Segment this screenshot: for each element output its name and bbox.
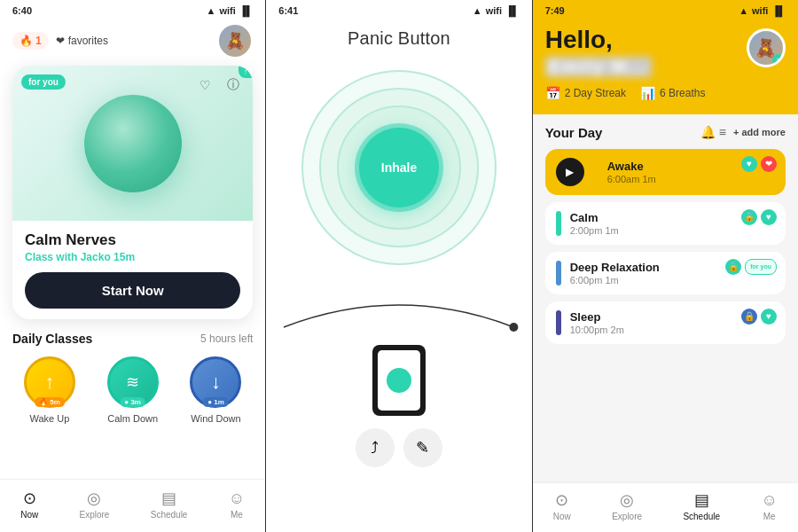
status-bar-1: 6:40 ▲ wifi ▐▌ — [0, 0, 265, 20]
like-icon[interactable]: ♡ — [194, 74, 215, 96]
add-more-button[interactable]: + add more — [733, 127, 786, 137]
battery-icon-3: ▐▌ — [771, 5, 786, 16]
corner-badge: ↑ — [239, 66, 254, 78]
nav-me-label-3: Me — [763, 512, 776, 521]
avatar[interactable]: 🧸 — [217, 23, 253, 59]
bottom-nav-3: ⊙ Now ◎ Explore ▤ Schedule ☺ Me — [533, 482, 798, 532]
wake-up-label: Wake Up — [29, 413, 69, 424]
nav-schedule-3[interactable]: ▤ Schedule — [683, 490, 720, 521]
calm-nerves-card: for you ♡ ⓘ ↑ Calm Nerves Class with Jac… — [12, 66, 253, 319]
schedule-section-header: Your Day 🔔 ≡ + add more — [545, 125, 786, 140]
now-icon-3: ⊙ — [555, 490, 568, 510]
edit-button[interactable]: ✎ — [403, 428, 442, 467]
nav-now-1[interactable]: ⊙ Now — [20, 489, 38, 520]
time-2: 6:41 — [278, 5, 298, 16]
daily-classes-time: 5 hours left — [200, 332, 253, 345]
deep-time: 6:00pm 1m — [570, 275, 775, 286]
calm-down-label: Calm Down — [107, 413, 158, 424]
favorites-button[interactable]: ❤ favorites — [56, 35, 108, 47]
filter-icon[interactable]: 🔔 ≡ — [700, 125, 726, 139]
svg-point-0 — [510, 323, 519, 332]
nav-explore-1[interactable]: ◎ Explore — [80, 489, 110, 520]
sleep-time: 10:00pm 2m — [570, 325, 775, 335]
explore-icon-1: ◎ — [87, 489, 101, 508]
p2-body: Panic Button Inhale ⤴ — [266, 20, 531, 532]
time-1: 6:40 — [12, 5, 32, 16]
play-button-awake[interactable]: ▶ — [556, 158, 584, 186]
daily-classes-list: ↑ 🔥 5m Wake Up ≋ ● 3m Calm Down ↓ ● 1m W… — [12, 356, 253, 424]
share-button[interactable]: ⤴ — [356, 428, 395, 467]
sleep-badge-heart: ♥ — [761, 309, 777, 325]
nav-schedule-1[interactable]: ▤ Schedule — [151, 489, 188, 520]
wind-down-circle: ↓ ● 1m — [190, 356, 241, 408]
status-icons-3: ▲ wifi ▐▌ — [739, 5, 786, 16]
p3-header: Hello, Emily M... 📅 2 Day Streak 📊 6 Bre… — [533, 20, 798, 114]
status-icons-2: ▲ wifi ▐▌ — [473, 5, 520, 16]
card-subtitle: Class with Jacko 15m — [25, 251, 240, 263]
phone-1: 6:40 ▲ wifi ▐▌ 🔥 1 ❤ favorites 🧸 for you… — [0, 0, 265, 532]
class-wind-down[interactable]: ↓ ● 1m Wind Down — [179, 356, 254, 424]
color-bar-deep — [556, 261, 561, 286]
class-wake-up[interactable]: ↑ 🔥 5m Wake Up — [12, 356, 87, 424]
p3-stats: 📅 2 Day Streak 📊 6 Breaths — [545, 86, 786, 100]
time-3: 7:49 — [545, 5, 565, 16]
awake-badge-teal: ♥ — [741, 156, 757, 172]
signal-icon: ▲ — [207, 5, 216, 16]
nav-schedule-label-3: Schedule — [683, 512, 720, 521]
awake-badges: ♥ ❤ — [741, 156, 777, 172]
explore-icon-3: ◎ — [620, 490, 634, 510]
calm-down-badge: ● 3m — [120, 397, 145, 407]
schedule-item-calm[interactable]: Calm 2:00pm 1m 🔒 ♥ — [545, 202, 786, 245]
card-image: for you ♡ ⓘ ↑ — [12, 66, 253, 221]
sleep-badges: 🔒 ♥ — [741, 309, 777, 325]
calm-down-circle: ≋ ● 3m — [107, 356, 159, 408]
p3-body: Your Day 🔔 ≡ + add more ▶ Awake 6:00am 1… — [533, 114, 798, 482]
phone-preview-orb — [387, 368, 411, 393]
fire-count: 1 — [35, 35, 42, 47]
fire-badge[interactable]: 🔥 1 — [12, 32, 49, 50]
schedule-item-awake[interactable]: ▶ Awake 6:00am 1m ♥ ❤ — [545, 149, 786, 195]
schedule-item-sleep[interactable]: Sleep 10:00pm 2m 🔒 ♥ — [545, 301, 786, 344]
wind-down-label: Wind Down — [191, 413, 240, 424]
deep-badges: 🔒 for you — [725, 259, 777, 275]
schedule-icon-1: ▤ — [161, 489, 176, 508]
wifi-icon-2: wifi — [486, 5, 502, 16]
card-duration: 15m — [113, 251, 135, 263]
card-actions: ♡ ⓘ — [194, 74, 244, 96]
streak-label: 2 Day Streak — [565, 87, 626, 99]
signal-icon-3: ▲ — [739, 5, 748, 16]
color-bar-awake — [593, 158, 598, 186]
chart-icon: 📊 — [640, 86, 655, 100]
nav-me-label-1: Me — [231, 510, 243, 520]
signal-icon-2: ▲ — [473, 5, 482, 16]
nav-explore-label-3: Explore — [612, 512, 642, 521]
now-icon: ⊙ — [23, 489, 36, 508]
card-title: Calm Nerves — [25, 231, 240, 249]
curve-svg — [266, 274, 531, 345]
p3-avatar[interactable]: 🧸 1 — [747, 28, 786, 67]
phone-preview — [372, 345, 426, 416]
deep-badge-lock: 🔒 — [725, 259, 741, 275]
info-icon[interactable]: ⓘ — [223, 74, 244, 96]
inhale-button[interactable]: Inhale — [359, 128, 439, 207]
p1-header: 🔥 1 ❤ favorites 🧸 — [0, 20, 265, 66]
color-bar-calm — [556, 211, 561, 236]
wake-up-circle: ↑ 🔥 5m — [24, 356, 75, 408]
daily-classes-header: Daily Classes 5 hours left — [12, 332, 253, 346]
avatar-badge: 1 — [772, 54, 785, 66]
schedule-item-deep-relaxation[interactable]: Deep Relaxation 6:00pm 1m 🔒 for you — [545, 252, 786, 294]
wifi-icon-3: wifi — [752, 5, 768, 16]
awake-time: 6:00am 1m — [607, 174, 775, 184]
nav-now-3[interactable]: ⊙ Now — [553, 490, 571, 521]
wake-up-badge: 🔥 5m — [35, 397, 65, 407]
breaths-label: 6 Breaths — [660, 87, 705, 99]
start-now-button[interactable]: Start Now — [25, 272, 240, 309]
nav-me-1[interactable]: ☺ Me — [229, 489, 245, 520]
calm-orb — [84, 95, 182, 192]
nav-explore-3[interactable]: ◎ Explore — [612, 490, 642, 521]
class-calm-down[interactable]: ≋ ● 3m Calm Down — [96, 356, 170, 424]
streak-stat: 📅 2 Day Streak — [545, 86, 626, 100]
nav-me-3[interactable]: ☺ Me — [761, 491, 777, 521]
subtitle-prefix: Class with Jacko — [25, 251, 111, 263]
me-icon-3: ☺ — [761, 491, 777, 510]
